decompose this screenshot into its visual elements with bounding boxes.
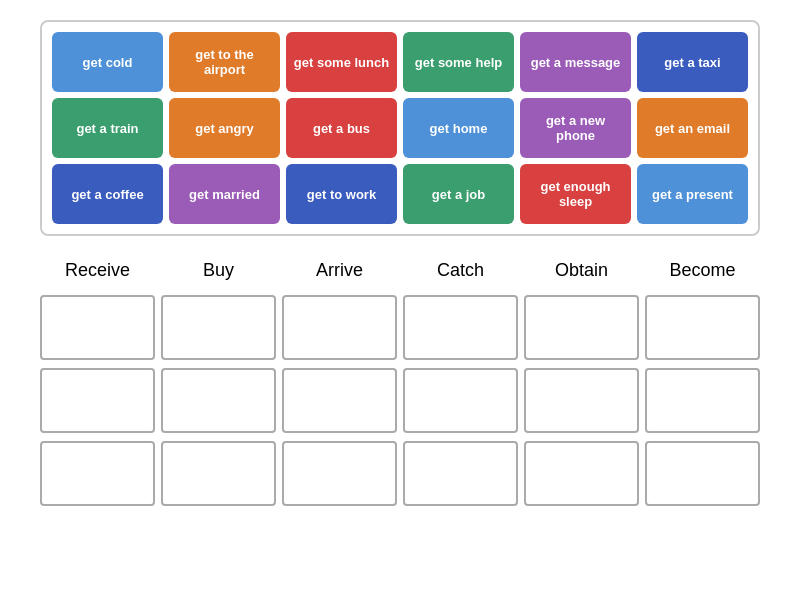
drop-zone-cat-become-row3[interactable] [645,441,760,506]
drop-row-1 [40,295,760,360]
card-4[interactable]: get some help [403,32,514,92]
drop-zone-cat-obtain-row1[interactable] [524,295,639,360]
card-14[interactable]: get married [169,164,280,224]
drop-zone-cat-receive-row1[interactable] [40,295,155,360]
drop-row-2 [40,368,760,433]
drop-zone-cat-buy-row1[interactable] [161,295,276,360]
card-17[interactable]: get enough sleep [520,164,631,224]
cat-buy-header: Buy [161,256,276,285]
card-8[interactable]: get angry [169,98,280,158]
cat-catch-header: Catch [403,256,518,285]
drop-zone-cat-receive-row3[interactable] [40,441,155,506]
card-15[interactable]: get to work [286,164,397,224]
cat-receive-header: Receive [40,256,155,285]
drop-zone-cat-become-row2[interactable] [645,368,760,433]
cat-arrive-header: Arrive [282,256,397,285]
drop-zone-cat-arrive-row1[interactable] [282,295,397,360]
drop-row-3 [40,441,760,506]
cat-become-header: Become [645,256,760,285]
drop-zone-cat-arrive-row2[interactable] [282,368,397,433]
cat-obtain-header: Obtain [524,256,639,285]
drop-zone-cat-buy-row3[interactable] [161,441,276,506]
card-3[interactable]: get some lunch [286,32,397,92]
drop-zone-cat-obtain-row3[interactable] [524,441,639,506]
card-16[interactable]: get a job [403,164,514,224]
card-1[interactable]: get cold [52,32,163,92]
card-10[interactable]: get home [403,98,514,158]
drop-zone-cat-catch-row1[interactable] [403,295,518,360]
card-18[interactable]: get a present [637,164,748,224]
drop-zone-cat-arrive-row3[interactable] [282,441,397,506]
card-13[interactable]: get a coffee [52,164,163,224]
drop-zone-cat-catch-row3[interactable] [403,441,518,506]
card-6[interactable]: get a taxi [637,32,748,92]
drop-zone-cat-become-row1[interactable] [645,295,760,360]
card-7[interactable]: get a train [52,98,163,158]
card-9[interactable]: get a bus [286,98,397,158]
drop-zone-cat-buy-row2[interactable] [161,368,276,433]
card-grid: get coldget to the airportget some lunch… [40,20,760,236]
drop-rows [40,295,760,506]
card-12[interactable]: get an email [637,98,748,158]
drop-zone-cat-catch-row2[interactable] [403,368,518,433]
drop-zone-cat-obtain-row2[interactable] [524,368,639,433]
category-headers: ReceiveBuyArriveCatchObtainBecome [40,256,760,285]
drop-zone-cat-receive-row2[interactable] [40,368,155,433]
card-2[interactable]: get to the airport [169,32,280,92]
card-5[interactable]: get a message [520,32,631,92]
categories-section: ReceiveBuyArriveCatchObtainBecome [40,256,760,506]
card-11[interactable]: get a new phone [520,98,631,158]
